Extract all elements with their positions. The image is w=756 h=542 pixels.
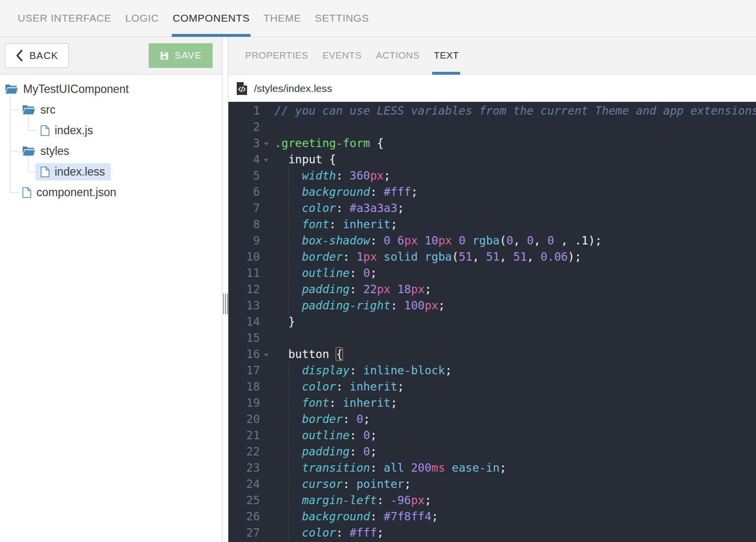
fold-gutter (260, 184, 275, 200)
tab-events[interactable]: EVENTS (322, 37, 362, 74)
tab-properties[interactable]: PROPERTIES (245, 37, 308, 74)
code-line[interactable]: 24 cursor: pointer; (228, 476, 756, 492)
fold-gutter (260, 395, 275, 411)
code-line[interactable]: 10 border: 1px solid rgba(51, 51, 51, 0.… (228, 249, 756, 265)
code-line[interactable]: 11 outline: 0; (228, 265, 756, 281)
tree-item-label: component.json (36, 186, 116, 199)
code-line[interactable]: 3.greeting-form { (228, 135, 756, 151)
code-text: color: inherit; (275, 379, 756, 395)
fold-gutter (260, 460, 275, 476)
folder-open-icon (22, 146, 35, 156)
fold-gutter (260, 200, 275, 216)
editor-panel: PROPERTIESEVENTSACTIONSTEXT /styles/inde… (228, 37, 756, 542)
code-line[interactable]: 1// you can use LESS variables from the … (228, 103, 756, 119)
tab-actions[interactable]: ACTIONS (376, 37, 420, 74)
fold-arrow-icon[interactable] (264, 354, 269, 357)
back-button[interactable]: BACK (5, 43, 69, 68)
tree-item-label: styles (40, 145, 69, 158)
line-number: 17 (228, 362, 260, 379)
nav-tab-components[interactable]: COMPONENTS (173, 0, 250, 36)
code-line[interactable]: 20 border: 0; (228, 411, 756, 427)
code-line[interactable]: 2 (228, 119, 756, 135)
code-line[interactable]: 19 font: inherit; (228, 395, 756, 411)
file-icon (40, 166, 50, 178)
code-line[interactable]: 27 color: #fff; (228, 525, 756, 541)
line-number: 15 (228, 330, 260, 346)
fold-gutter (260, 168, 275, 184)
code-file-icon (236, 82, 248, 95)
tree-item-label: MyTestUIComponent (23, 83, 129, 96)
folder-open-icon (22, 105, 35, 115)
code-line[interactable]: 9 box-shadow: 0 6px 10px 0 rgba(0, 0, 0 … (228, 233, 756, 249)
code-line[interactable]: 12 padding: 22px 18px; (228, 281, 756, 298)
code-line[interactable]: 16 button { (228, 346, 756, 362)
save-icon (159, 51, 169, 60)
tree-item-content: component.json (17, 184, 122, 201)
indent-guide (288, 168, 289, 314)
line-number: 6 (228, 184, 260, 200)
code-line[interactable]: 8 font: inherit; (228, 216, 756, 233)
code-text: } (275, 314, 756, 330)
code-line[interactable]: 7 color: #a3a3a3; (228, 200, 756, 216)
fold-gutter (260, 281, 275, 298)
fold-gutter (260, 492, 275, 509)
folder-open-icon (5, 84, 18, 94)
code-line[interactable]: 15 (228, 330, 756, 346)
code-line[interactable]: 18 color: inherit; (228, 379, 756, 395)
tree-item-styles[interactable]: styles (0, 141, 222, 161)
fold-gutter (260, 509, 275, 525)
line-number: 7 (228, 200, 260, 216)
code-line[interactable]: 25 margin-left: -96px; (228, 492, 756, 509)
nav-tab-user-interface[interactable]: USER INTERFACE (18, 0, 111, 36)
fold-gutter (260, 103, 275, 119)
code-line[interactable]: 14 } (228, 314, 756, 330)
line-number: 25 (228, 492, 260, 509)
line-number: 24 (228, 476, 260, 492)
code-text: color: #fff; (275, 525, 756, 541)
fold-gutter (260, 379, 275, 395)
tree-item-content: index.js (35, 122, 99, 139)
code-text: display: inline-block; (275, 362, 756, 379)
code-line[interactable]: 17 display: inline-block; (228, 362, 756, 379)
code-text: margin-left: -96px; (275, 492, 756, 509)
code-line[interactable]: 4 input { (228, 151, 756, 168)
line-number: 10 (228, 249, 260, 265)
line-number: 26 (228, 509, 260, 525)
code-line[interactable]: 26 background: #7f8ff4; (228, 509, 756, 525)
nav-tab-logic[interactable]: LOGIC (125, 0, 158, 36)
code-line[interactable]: 6 background: #fff; (228, 184, 756, 200)
back-button-label: BACK (30, 50, 58, 61)
line-number: 27 (228, 525, 260, 541)
code-text: padding: 0; (275, 444, 756, 460)
fold-arrow-icon[interactable] (264, 143, 269, 146)
splitter-grip-icon (223, 294, 228, 314)
code-text: transition: all 200ms ease-in; (275, 460, 756, 476)
code-line[interactable]: 13 padding-right: 100px; (228, 298, 756, 314)
nav-tab-theme[interactable]: THEME (263, 0, 301, 36)
code-editor[interactable]: 1// you can use LESS variables from the … (228, 102, 756, 542)
code-text: background: #fff; (275, 184, 756, 200)
save-button[interactable]: SAVE (149, 43, 213, 68)
fold-gutter (260, 298, 275, 314)
file-icon (22, 187, 32, 198)
code-line[interactable]: 22 padding: 0; (228, 444, 756, 460)
code-line[interactable]: 21 outline: 0; (228, 427, 756, 444)
tree-connector (10, 110, 18, 110)
panel-splitter[interactable] (222, 37, 228, 542)
tab-text[interactable]: TEXT (434, 37, 459, 74)
fold-gutter (260, 265, 275, 281)
tree-item-src[interactable]: src (0, 99, 222, 120)
line-number: 1 (228, 103, 260, 119)
code-line[interactable]: 5 width: 360px; (228, 168, 756, 184)
tree-item-mytestuicomponent[interactable]: MyTestUIComponent (0, 79, 222, 99)
left-toolbar: BACK SAVE (0, 37, 222, 75)
component-files-panel: BACK SAVE (0, 37, 222, 542)
nav-tab-settings[interactable]: SETTINGS (315, 0, 369, 36)
code-line[interactable]: 23 transition: all 200ms ease-in; (228, 460, 756, 476)
fold-gutter (260, 249, 275, 265)
tree-item-component-json[interactable]: component.json (0, 182, 222, 203)
fold-arrow-icon[interactable] (264, 159, 269, 162)
line-number: 3 (228, 135, 260, 151)
tree-item-label: index.less (55, 165, 105, 179)
line-number: 19 (228, 395, 260, 411)
